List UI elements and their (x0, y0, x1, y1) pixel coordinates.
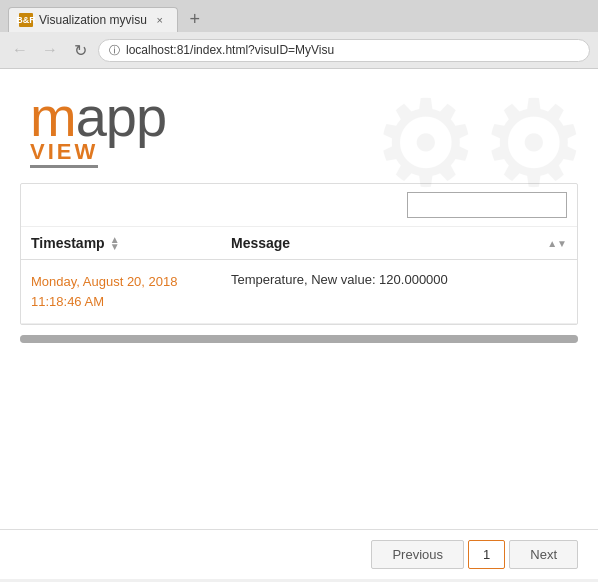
cell-timestamp: Monday, August 20, 2018 11:18:46 AM (31, 272, 231, 311)
new-tab-button[interactable]: + (182, 6, 208, 32)
tab-title: Visualization myvisu (39, 13, 147, 27)
horizontal-scrollbar[interactable] (20, 335, 578, 343)
refresh-button[interactable]: ↻ (68, 38, 92, 62)
pagination-controls: Previous 1 Next (0, 529, 598, 579)
logo-view: VIEW (30, 139, 98, 168)
browser-chrome: B&R Visualization myvisu × + ← → ↻ ⓘ loc… (0, 0, 598, 69)
column-header-timestamp: Timestamp ▲▼ (31, 235, 231, 251)
tab-favicon: B&R (19, 13, 33, 27)
table-header-controls (21, 184, 577, 227)
cell-message: Temperature, New value: 120.000000 (231, 272, 567, 287)
url-input[interactable]: ⓘ localhost:81/index.html?visuID=MyVisu (98, 39, 590, 62)
logo-mapp: mapp (30, 89, 568, 145)
tab-close-button[interactable]: × (153, 13, 167, 27)
browser-tab[interactable]: B&R Visualization myvisu × (8, 7, 178, 32)
scrollbar-thumb[interactable] (20, 335, 578, 343)
data-table: Timestamp ▲▼ Message ▲▼ Monday, August 2… (20, 183, 578, 325)
next-button[interactable]: Next (509, 540, 578, 569)
page-content: ⚙⚙ mapp VIEW Timestamp ▲▼ Message ▲▼ Mon… (0, 69, 598, 579)
column-header-message: Message ▲▼ (231, 235, 567, 251)
message-sort-icon: ▲▼ (547, 238, 567, 249)
forward-button[interactable]: → (38, 38, 62, 62)
timestamp-sort-icon: ▲▼ (110, 236, 120, 250)
previous-button[interactable]: Previous (371, 540, 464, 569)
page-1-button[interactable]: 1 (468, 540, 505, 569)
address-bar: ← → ↻ ⓘ localhost:81/index.html?visuID=M… (0, 32, 598, 68)
tab-bar: B&R Visualization myvisu × + (0, 0, 598, 32)
table-search-input[interactable] (407, 192, 567, 218)
url-text: localhost:81/index.html?visuID=MyVisu (126, 43, 334, 57)
back-button[interactable]: ← (8, 38, 32, 62)
table-column-headers: Timestamp ▲▼ Message ▲▼ (21, 227, 577, 260)
table-row: Monday, August 20, 2018 11:18:46 AM Temp… (21, 260, 577, 324)
logo-area: ⚙⚙ mapp VIEW (0, 69, 598, 183)
url-secure-icon: ⓘ (109, 43, 120, 58)
